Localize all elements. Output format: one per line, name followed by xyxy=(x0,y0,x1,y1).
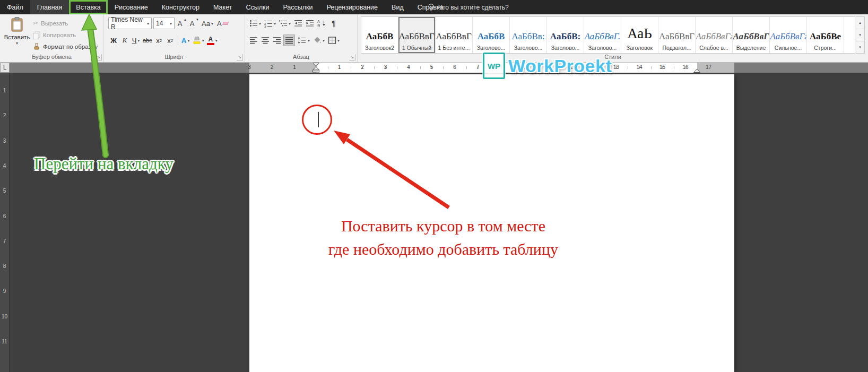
increase-indent-icon xyxy=(306,19,314,28)
svg-text:Я: Я xyxy=(317,24,320,28)
ruler-number: 7 xyxy=(0,238,9,244)
chevron-down-icon: ▾ xyxy=(259,21,261,26)
font-color-swatch xyxy=(207,43,214,45)
tab-view[interactable]: Вид xyxy=(385,0,411,14)
style-card[interactable]: АаБбВвГг,1 Обычный xyxy=(398,17,436,53)
copy-button[interactable]: Копировать xyxy=(33,30,98,40)
paragraph-dialog-launcher[interactable]: ↘ xyxy=(349,54,355,60)
ruler-number: 7 xyxy=(476,64,480,70)
style-card[interactable]: АаБбВвГгСлабое в... xyxy=(696,17,733,53)
bold-button[interactable]: Ж xyxy=(108,34,119,46)
down-arrow-icon: ▼ xyxy=(196,18,199,21)
sort-button[interactable]: АЯ xyxy=(316,18,327,29)
style-card[interactable]: АаБбВв:Заголово... xyxy=(510,17,547,53)
tell-me-label: Что вы хотите сделать? xyxy=(438,4,509,11)
tab-file[interactable]: Файл xyxy=(0,0,30,14)
paste-button[interactable]: Вставить ▾ xyxy=(3,16,31,57)
style-card[interactable]: АаБбВвГг,1 Без инте... xyxy=(436,17,473,53)
tab-review[interactable]: Рецензирование xyxy=(320,0,385,14)
separator xyxy=(178,36,178,45)
style-card[interactable]: АаБбВЗаголово... xyxy=(473,17,510,53)
style-card[interactable]: АаБбВеСтроги... xyxy=(807,17,844,53)
tab-stop-selector[interactable]: L xyxy=(0,63,10,73)
multilevel-list-button[interactable]: ▾ xyxy=(278,18,292,29)
style-card[interactable]: АаБбВвГ.Заголово... xyxy=(584,17,621,53)
font-size-select[interactable]: 14 ▾ xyxy=(153,18,175,29)
indent-marker-right[interactable] xyxy=(693,67,700,73)
line-spacing-button[interactable]: ▾ xyxy=(296,34,311,46)
style-card[interactable]: АаБбВвГПодзагол... xyxy=(658,17,696,53)
ruler-number: 1 xyxy=(338,64,341,70)
ruler-number: 4 xyxy=(0,162,9,168)
justify-icon xyxy=(285,37,293,45)
style-card[interactable]: АаБбВЗаголовок2 xyxy=(361,17,398,53)
justify-button[interactable] xyxy=(283,34,295,46)
numbering-button[interactable]: 123 ▾ xyxy=(263,18,277,29)
tab-references[interactable]: Ссылки xyxy=(239,0,276,14)
horizontal-ruler[interactable]: 3211234567891011121314151617 xyxy=(0,63,868,73)
vertical-ruler[interactable]: 1234567891011 xyxy=(0,73,10,372)
watermark-badge: WP xyxy=(483,53,505,79)
style-card[interactable]: АаБбВвГгВыделение xyxy=(733,17,770,53)
highlighter-icon xyxy=(193,36,201,45)
ruler-number: 14 xyxy=(636,64,642,70)
font-dialog-launcher[interactable]: ↘ xyxy=(237,54,243,60)
tab-design[interactable]: Конструктор xyxy=(155,0,206,14)
subscript-button[interactable]: x2 xyxy=(154,34,164,46)
grow-font-button[interactable]: А ▲ xyxy=(176,18,187,29)
tab-draw[interactable]: Рисование xyxy=(108,0,155,14)
tell-me[interactable]: Что вы хотите сделать? xyxy=(428,0,509,14)
eraser-icon xyxy=(222,22,229,25)
style-card[interactable]: АаБбВ:Заголово... xyxy=(547,17,584,53)
paragraph-group: ▾ 123 ▾ ▾ xyxy=(245,14,358,62)
clipboard-dialog-launcher[interactable]: ↘ xyxy=(96,54,102,60)
cursor-note-line2: где необходимо добавить таблицу xyxy=(291,238,596,261)
change-case-button[interactable]: Аа ▾ xyxy=(201,18,214,29)
highlight-button[interactable]: ▾ xyxy=(192,34,205,46)
ruler-number: 11 xyxy=(0,339,9,344)
tab-insert[interactable]: Вставка xyxy=(69,0,107,14)
decrease-indent-button[interactable] xyxy=(293,18,303,29)
text-effects-button[interactable]: А ▾ xyxy=(180,34,191,46)
style-card[interactable]: АаБбВвГгСильное... xyxy=(770,17,807,53)
superscript-button[interactable]: x2 xyxy=(165,34,176,46)
align-right-button[interactable] xyxy=(272,34,282,46)
show-marks-button[interactable]: ¶ xyxy=(328,18,339,29)
ruler-right-margin xyxy=(697,63,734,73)
italic-button[interactable]: К xyxy=(119,34,130,46)
borders-button[interactable]: ▾ xyxy=(327,34,341,46)
align-center-button[interactable] xyxy=(260,34,271,46)
increase-indent-button[interactable] xyxy=(305,18,315,29)
chevron-down-icon: ▾ xyxy=(274,21,276,26)
style-card[interactable]: АаЬЗаголовок xyxy=(621,17,658,53)
gallery-more-button[interactable]: ▾ xyxy=(856,41,864,53)
bullets-button[interactable]: ▾ xyxy=(248,18,262,29)
ruler-number: 15 xyxy=(659,64,665,70)
font-name-select[interactable]: Times New R ▾ xyxy=(108,18,152,29)
indent-marker-left[interactable] xyxy=(313,63,319,73)
chevron-down-icon: ▾ xyxy=(202,38,204,43)
cut-button[interactable]: ✂ Вырезать xyxy=(33,19,98,28)
up-arrow-icon: ▲ xyxy=(184,18,187,21)
font-color-button[interactable]: А ▾ xyxy=(206,34,219,46)
strikethrough-button[interactable]: abc xyxy=(142,34,153,46)
tab-home[interactable]: Главная xyxy=(30,0,70,14)
ruler-number: 5 xyxy=(0,188,9,194)
tab-layout[interactable]: Макет xyxy=(206,0,239,14)
align-left-button[interactable] xyxy=(248,34,259,46)
ribbon: Вставить ▾ ✂ Вырезать Копировать Форм xyxy=(0,14,868,63)
watermark: WP WorkProekt xyxy=(483,53,612,79)
ruler-number: 4 xyxy=(407,64,410,70)
ruler-number: 8 xyxy=(0,263,9,269)
chevron-down-icon: ▾ xyxy=(167,21,172,26)
underline-button[interactable]: Ч ▾ xyxy=(131,34,141,46)
shading-button[interactable]: ▾ xyxy=(312,34,326,46)
gallery-up-button[interactable]: ▴ xyxy=(856,17,864,29)
gallery-down-button[interactable]: ▾ xyxy=(856,29,864,41)
tab-mailings[interactable]: Рассылки xyxy=(276,0,319,14)
annotation-cursor-note: Поставить курсор в том месте где необход… xyxy=(291,214,596,261)
format-painter-button[interactable]: Формат по образцу xyxy=(33,42,98,51)
ribbon-tab-bar: ФайлГлавнаяВставкаРисованиеКонструкторМа… xyxy=(0,0,868,14)
shrink-font-button[interactable]: А ▼ xyxy=(188,18,199,29)
clear-formatting-button[interactable]: А xyxy=(216,18,229,29)
